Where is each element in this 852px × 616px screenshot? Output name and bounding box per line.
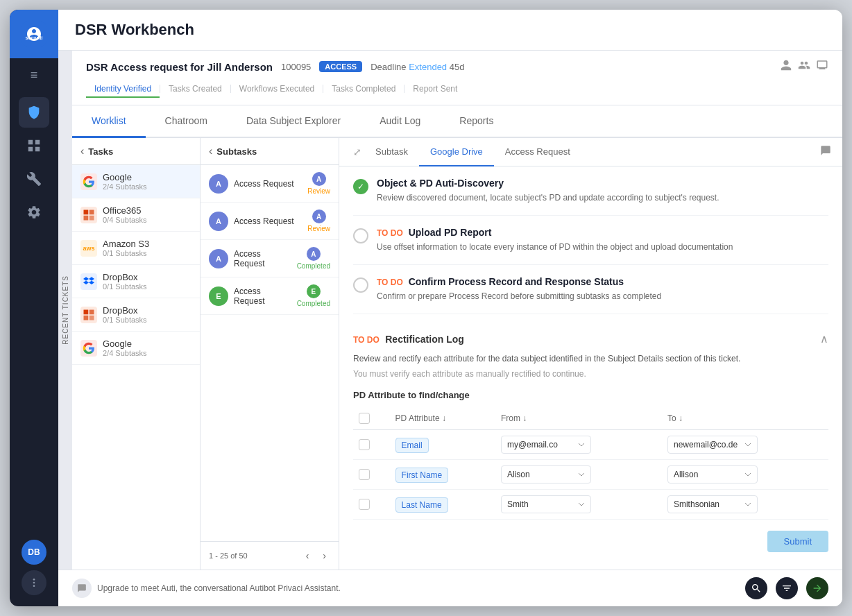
subtask-item[interactable]: E Access Request E Completed xyxy=(201,277,339,315)
subtask-item[interactable]: A Access Request A Review xyxy=(201,165,339,203)
tab-worklist[interactable]: Worklist xyxy=(72,105,146,138)
tab-navigation: Worklist Chatroom Data Subject Explorer … xyxy=(72,105,842,138)
task-logo-dropbox2 xyxy=(80,307,97,323)
subtask-badge: A xyxy=(307,247,321,261)
recent-tickets-label: RECENT TICKETS xyxy=(62,275,69,345)
tab-data-explorer[interactable]: Data Subject Explorer xyxy=(227,105,360,138)
person-icon[interactable] xyxy=(780,59,792,74)
pagination: 1 - 25 of 50 ‹ › xyxy=(201,541,339,570)
pd-attribute-lastname: Last Name xyxy=(395,497,448,513)
task-item[interactable]: DropBox 0/1 Subtasks xyxy=(72,265,200,298)
to-lastname-select[interactable]: Smithsonian xyxy=(667,495,758,513)
svg-rect-6 xyxy=(90,209,94,214)
pd-attribute-firstname: First Name xyxy=(395,468,449,483)
sidebar-item-gear[interactable] xyxy=(19,197,49,228)
user-avatar[interactable]: DB xyxy=(22,540,46,565)
detail-tabs: ⤢ Subtask Google Drive Access Request xyxy=(339,138,842,166)
arrow-icon-button[interactable] xyxy=(806,577,828,599)
svg-rect-11 xyxy=(84,315,89,320)
task-logo-dropbox xyxy=(80,273,97,290)
tab-reports[interactable]: Reports xyxy=(440,105,513,138)
bottom-bar: Upgrade to meet Auti, the conversational… xyxy=(58,570,842,606)
task-info: DropBox 0/1 Subtasks xyxy=(103,305,191,324)
workbench-area: RECENT TICKETS DSR Access request for Ji… xyxy=(58,51,842,570)
subtask-item[interactable]: A Access Request A Completed xyxy=(201,240,339,277)
header-checkbox[interactable] xyxy=(359,413,370,424)
page-title: DSR Workbench xyxy=(75,21,826,39)
expand-button[interactable]: ⤢ xyxy=(350,138,364,166)
sidebar-item-shield[interactable] xyxy=(19,97,49,128)
to-firstname-select[interactable]: Allison xyxy=(667,465,758,484)
dsr-header-icons xyxy=(780,59,828,74)
main-content: DSR Workbench RECENT TICKETS DSR Access … xyxy=(58,10,842,606)
task-item[interactable]: Google 2/4 Subtasks xyxy=(72,332,200,365)
menu-toggle[interactable]: ≡ xyxy=(10,58,58,92)
row-checkbox[interactable] xyxy=(359,469,370,480)
task-item[interactable]: Google 2/4 Subtasks xyxy=(72,165,200,198)
task-logo-google2 xyxy=(80,340,97,357)
bottom-icons xyxy=(745,577,828,599)
tab-audit-log[interactable]: Audit Log xyxy=(360,105,440,138)
rect-header[interactable]: TO DO Rectification Log ∧ xyxy=(353,325,828,352)
tab-tasks-completed[interactable]: Tasks Completed xyxy=(323,81,404,96)
group-icon[interactable] xyxy=(798,59,810,74)
search-icon-button[interactable] xyxy=(745,577,767,599)
task-subtasks: 2/4 Subtasks xyxy=(103,349,191,357)
from-email-select[interactable]: my@email.co xyxy=(501,436,591,454)
sidebar-nav xyxy=(19,92,49,540)
svg-rect-9 xyxy=(84,309,89,314)
to-email-select[interactable]: newemail@co.de xyxy=(667,436,758,454)
top-header: DSR Workbench xyxy=(58,10,842,51)
task-info: Google 2/4 Subtasks xyxy=(103,172,191,191)
status-circle-todo2 xyxy=(353,277,368,293)
dsr-id: 100095 xyxy=(281,62,311,72)
tasks-back-button[interactable]: ‹ xyxy=(80,145,84,157)
pagination-text: 1 - 25 of 50 xyxy=(209,551,248,560)
table-row: First Name Alison xyxy=(353,460,828,490)
from-firstname-select[interactable]: Alison xyxy=(501,465,591,484)
todo-label: TO DO xyxy=(377,277,403,287)
detail-tab-icons xyxy=(820,138,831,166)
app-logo: securiti xyxy=(10,10,58,58)
svg-rect-7 xyxy=(84,215,89,220)
page-nav: ‹ › xyxy=(302,549,330,563)
tab-workflows-executed[interactable]: Workflows Executed xyxy=(231,81,323,96)
task-name: Amazon S3 xyxy=(103,239,191,249)
detail-tab-access-request[interactable]: Access Request xyxy=(494,138,581,166)
chat-prompt-text: Upgrade to meet Auti, the conversational… xyxy=(97,583,341,593)
task-item[interactable]: Office365 0/4 Subtasks xyxy=(72,198,200,232)
subtask-item[interactable]: A Access Request A Review xyxy=(201,203,339,240)
row-checkbox[interactable] xyxy=(359,439,370,450)
tab-tasks-created[interactable]: Tasks Created xyxy=(160,81,230,96)
recent-tickets-tab[interactable]: RECENT TICKETS xyxy=(58,51,72,570)
screen-icon[interactable] xyxy=(816,59,828,74)
tab-report-sent[interactable]: Report Sent xyxy=(404,81,466,96)
task-name: DropBox xyxy=(103,305,191,316)
sidebar-item-wrench[interactable] xyxy=(19,164,49,194)
subtask-badge: A xyxy=(312,172,326,186)
detail-tab-subtask[interactable]: Subtask xyxy=(364,138,419,166)
col-to: To ↓ xyxy=(662,407,828,430)
task-item[interactable]: aws Amazon S3 0/1 Subtasks xyxy=(72,232,200,265)
filter-icon-button[interactable] xyxy=(776,577,798,599)
subtask-badge: E xyxy=(307,284,321,298)
dsr-header: DSR Access request for Jill Anderson 100… xyxy=(72,51,842,105)
sidebar-item-dashboard[interactable] xyxy=(19,130,49,161)
row-checkbox[interactable] xyxy=(359,499,370,510)
page-next-button[interactable]: › xyxy=(318,549,330,563)
comment-icon[interactable] xyxy=(820,145,831,159)
tab-chatroom[interactable]: Chatroom xyxy=(146,105,227,138)
rect-desc: Review and rectify each attribute for th… xyxy=(353,352,828,365)
task-item[interactable]: DropBox 0/1 Subtasks xyxy=(72,298,200,332)
subtask-name: Access Request xyxy=(234,216,302,226)
pd-table: PD Attribute ↓ From ↓ To ↓ xyxy=(353,407,828,520)
from-lastname-select[interactable]: Smith xyxy=(501,495,591,513)
task-name: Office365 xyxy=(103,205,191,216)
dsr-title: DSR Access request for Jill Anderson xyxy=(86,61,273,73)
detail-tab-google-drive[interactable]: Google Drive xyxy=(419,138,494,166)
submit-button[interactable]: Submit xyxy=(767,531,828,552)
more-options[interactable] xyxy=(22,570,46,595)
subtasks-back-button[interactable]: ‹ xyxy=(209,145,212,157)
page-prev-button[interactable]: ‹ xyxy=(302,549,314,563)
tab-identity-verified[interactable]: Identity Verified xyxy=(86,81,160,96)
